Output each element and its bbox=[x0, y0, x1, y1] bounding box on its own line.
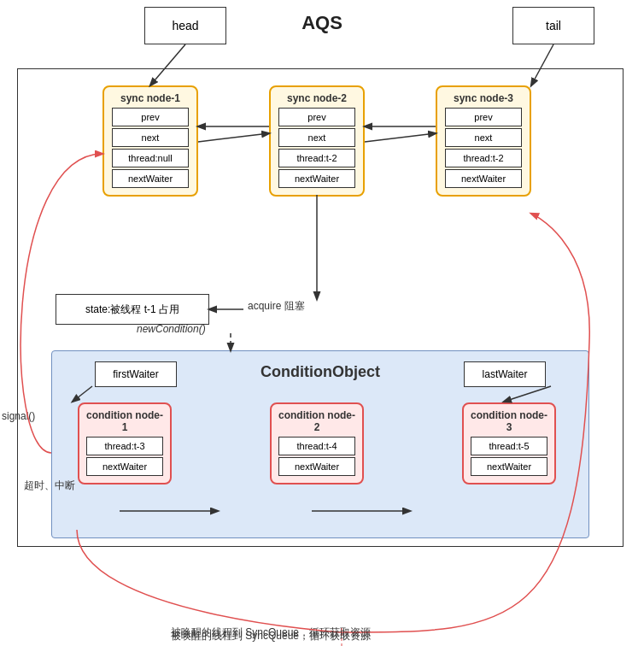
cn2-thread: thread:t-4 bbox=[278, 437, 355, 455]
sync-node-1: sync node-1 prev next thread:null nextWa… bbox=[102, 85, 198, 197]
state-box: state:被线程 t-1 占用 bbox=[56, 294, 209, 325]
sn1-next: next bbox=[112, 128, 189, 147]
sync-node-3-title: sync node-3 bbox=[442, 92, 524, 104]
cn3-title: condition node-3 bbox=[469, 409, 549, 433]
lastwaiter-box: lastWaiter bbox=[464, 361, 546, 387]
cn1-title: condition node-1 bbox=[85, 409, 165, 433]
sn3-prev: prev bbox=[445, 108, 522, 126]
tail-box: tail bbox=[512, 7, 594, 44]
condition-object-label: ConditionObject bbox=[261, 363, 380, 381]
sn3-next: next bbox=[445, 128, 522, 147]
cn2-title: condition node-2 bbox=[277, 409, 357, 433]
acquire-label: acquire 阻塞 bbox=[248, 299, 305, 314]
sn2-thread: thread:t-2 bbox=[278, 149, 355, 167]
sn2-nextwaiter: nextWaiter bbox=[278, 169, 355, 188]
cn1-nextwaiter: nextWaiter bbox=[86, 457, 163, 476]
cn2-nextwaiter: nextWaiter bbox=[278, 457, 355, 476]
sync-node-1-title: sync node-1 bbox=[109, 92, 191, 104]
sync-node-2-title: sync node-2 bbox=[276, 92, 358, 104]
cond-node-1: condition node-1 thread:t-3 nextWaiter bbox=[78, 402, 172, 484]
timeout-label: 超时、中断 bbox=[24, 479, 75, 493]
cn3-nextwaiter: nextWaiter bbox=[471, 457, 547, 476]
sn1-prev: prev bbox=[112, 108, 189, 126]
signal-label: signal() bbox=[2, 410, 35, 422]
newcondition-label: newCondition() bbox=[137, 323, 206, 335]
sn2-next: next bbox=[278, 128, 355, 147]
firstwaiter-box: firstWaiter bbox=[95, 361, 177, 387]
cond-node-3: condition node-3 thread:t-5 nextWaiter bbox=[462, 402, 556, 484]
cn1-thread: thread:t-3 bbox=[86, 437, 163, 455]
sn1-nextwaiter: nextWaiter bbox=[112, 169, 189, 188]
sync-node-3: sync node-3 prev next thread:t-2 nextWai… bbox=[436, 85, 531, 197]
diagram: AQS head tail sync node-1 prev next thre… bbox=[0, 0, 644, 646]
sn1-thread: thread:null bbox=[112, 149, 189, 167]
bottom-text: 被唤醒的线程到 SyncQueue，循环获取资源 bbox=[171, 629, 371, 643]
sn3-nextwaiter: nextWaiter bbox=[445, 169, 522, 188]
cn3-thread: thread:t-5 bbox=[471, 437, 547, 455]
cond-node-2: condition node-2 thread:t-4 nextWaiter bbox=[270, 402, 364, 484]
condition-area: ConditionObject firstWaiter lastWaiter c… bbox=[51, 350, 589, 538]
head-box: head bbox=[144, 7, 226, 44]
sn2-prev: prev bbox=[278, 108, 355, 126]
aqs-title: AQS bbox=[302, 12, 342, 34]
sn3-thread: thread:t-2 bbox=[445, 149, 522, 167]
sync-node-2: sync node-2 prev next thread:t-2 nextWai… bbox=[269, 85, 365, 197]
